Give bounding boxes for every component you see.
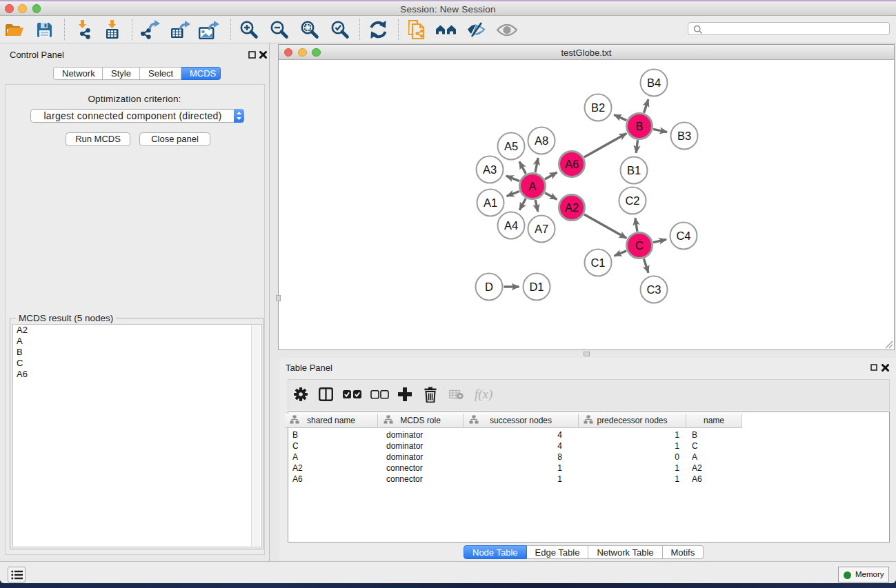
svg-text:B3: B3 — [677, 130, 691, 142]
svg-text:B1: B1 — [627, 164, 641, 176]
svg-text:C1: C1 — [590, 256, 605, 269]
svg-text:C: C — [635, 239, 644, 252]
svg-text:A5: A5 — [504, 140, 518, 152]
svg-text:A7: A7 — [535, 223, 548, 235]
svg-text:C4: C4 — [676, 230, 690, 242]
svg-text:B: B — [635, 120, 643, 132]
svg-text:D1: D1 — [529, 281, 544, 293]
svg-text:A2: A2 — [565, 201, 579, 214]
svg-text:A3: A3 — [483, 163, 497, 176]
svg-text:A4: A4 — [504, 219, 518, 232]
svg-text:C2: C2 — [625, 194, 639, 207]
svg-text:B4: B4 — [647, 77, 661, 89]
svg-text:f(x): f(x) — [475, 387, 492, 401]
svg-text:D: D — [485, 281, 493, 293]
svg-text:A1: A1 — [484, 196, 497, 209]
svg-text:A8: A8 — [535, 134, 548, 147]
svg-text:A: A — [528, 180, 536, 192]
svg-text:C3: C3 — [646, 283, 661, 296]
svg-text:B2: B2 — [591, 101, 605, 114]
svg-text:A6: A6 — [565, 158, 579, 170]
